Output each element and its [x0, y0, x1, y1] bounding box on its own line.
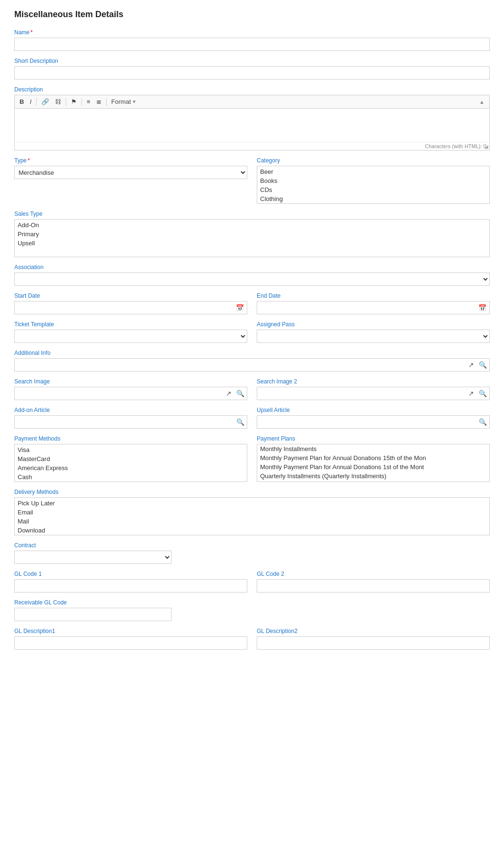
- toolbar-sep-1: [36, 98, 37, 106]
- ordered-list-button[interactable]: ≡: [85, 97, 92, 106]
- italic-button[interactable]: I: [28, 97, 33, 106]
- list-item[interactable]: Mail: [15, 517, 489, 526]
- format-button[interactable]: Format ▼: [110, 97, 139, 106]
- gl-code2-input[interactable]: [257, 579, 490, 593]
- flag-button[interactable]: ⚑: [69, 97, 79, 106]
- name-input[interactable]: [14, 38, 490, 51]
- description-body[interactable]: [15, 109, 489, 142]
- additional-info-input[interactable]: [15, 359, 466, 371]
- list-item[interactable]: Primary: [15, 230, 489, 239]
- list-item[interactable]: Add-On: [15, 221, 489, 230]
- upsell-article-wrap: 🔍: [257, 415, 490, 429]
- expand-button[interactable]: ▲: [477, 98, 486, 106]
- gl-code1-input[interactable]: [14, 579, 247, 593]
- list-item[interactable]: Monthly Payment Plan for Annual Donation…: [257, 462, 489, 472]
- gl-code1-col: GL Code 1: [14, 571, 247, 593]
- search-image2-external-link-icon[interactable]: ↗: [466, 389, 476, 398]
- addon-article-input[interactable]: [15, 416, 234, 428]
- list-item[interactable]: Cheque: [15, 482, 247, 482]
- list-item[interactable]: Beer: [257, 167, 489, 176]
- list-item[interactable]: Quarterly Installments (Quarterly Instal…: [257, 481, 489, 482]
- contract-select[interactable]: [14, 551, 171, 564]
- list-item[interactable]: MasterCard: [15, 454, 247, 463]
- receivable-gl-input[interactable]: [14, 608, 171, 621]
- type-col: Type* Merchandise: [14, 157, 247, 204]
- short-description-input[interactable]: [14, 66, 490, 80]
- list-item[interactable]: Clothing: [257, 194, 489, 203]
- type-label: Type*: [14, 157, 247, 164]
- gl-code1-label: GL Code 1: [14, 571, 247, 577]
- payment-plans-listbox[interactable]: Monthly Installments Monthly Payment Pla…: [257, 444, 490, 482]
- list-item[interactable]: Download: [15, 526, 489, 535]
- payment-methods-listbox[interactable]: Visa MasterCard American Express Cash Ch…: [14, 444, 247, 482]
- start-date-col: Start Date 📅: [14, 292, 247, 314]
- end-date-label: End Date: [257, 292, 490, 299]
- upsell-article-input[interactable]: [257, 416, 476, 428]
- page-title: Miscellaneous Item Details: [14, 10, 490, 20]
- list-item[interactable]: Email: [15, 508, 489, 517]
- search-image2-search-icon[interactable]: 🔍: [476, 389, 489, 398]
- addon-article-wrap: 🔍: [14, 415, 247, 429]
- search-image2-input[interactable]: [257, 387, 466, 400]
- payment-plans-label: Payment Plans: [257, 435, 490, 442]
- search-image-wrap: ↗ 🔍: [14, 387, 247, 400]
- list-item[interactable]: American Express: [15, 463, 247, 472]
- resize-handle[interactable]: ◢: [484, 144, 488, 149]
- start-date-input[interactable]: [15, 301, 233, 314]
- search-image-search-icon[interactable]: 🔍: [234, 389, 247, 398]
- ticket-template-col: Ticket Template: [14, 321, 247, 343]
- assigned-pass-select[interactable]: [257, 330, 490, 343]
- list-item[interactable]: Books: [257, 176, 489, 185]
- list-item[interactable]: Monthly Installments: [257, 444, 489, 453]
- association-label: Association: [14, 264, 490, 271]
- contract-label: Contract: [14, 542, 490, 549]
- ticket-template-label: Ticket Template: [14, 321, 247, 328]
- category-listbox[interactable]: Beer Books CDs Clothing Concessions: [257, 166, 490, 204]
- sales-type-listbox[interactable]: Add-On Primary Upsell: [14, 219, 490, 257]
- delivery-methods-label: Delivery Methods: [14, 489, 490, 495]
- ticket-pass-row: Ticket Template Assigned Pass: [14, 321, 490, 343]
- list-item[interactable]: Cash: [15, 472, 247, 482]
- category-col: Category Beer Books CDs Clothing Concess…: [257, 157, 490, 204]
- delivery-methods-listbox[interactable]: Pick Up Later Email Mail Download Pick U…: [14, 497, 490, 535]
- upsell-article-search-icon[interactable]: 🔍: [476, 417, 489, 427]
- type-select[interactable]: Merchandise: [14, 166, 247, 179]
- type-category-row: Type* Merchandise Category Beer Books CD…: [14, 157, 490, 204]
- unordered-list-button[interactable]: ≣: [94, 97, 103, 106]
- search-image-input[interactable]: [15, 387, 223, 400]
- unlink-button[interactable]: ⛓: [53, 97, 63, 106]
- bold-button[interactable]: B: [18, 97, 26, 106]
- assigned-pass-col: Assigned Pass: [257, 321, 490, 343]
- description-section: Description B I 🔗 ⛓ ⚑ ≡ ≣ Format ▼ ▲ Cha…: [14, 86, 490, 151]
- addon-article-label: Add-on Article: [14, 407, 247, 413]
- ticket-template-select[interactable]: [14, 330, 247, 343]
- list-item[interactable]: Pick Up Later: [15, 499, 489, 508]
- association-select[interactable]: [14, 272, 490, 286]
- link-button[interactable]: 🔗: [40, 97, 51, 106]
- start-date-calendar-icon[interactable]: 📅: [233, 303, 247, 312]
- list-item[interactable]: Pick Up Now: [15, 535, 489, 535]
- char-count: Characters (with HTML): 0: [15, 142, 489, 150]
- category-listbox-inner: Beer Books CDs Clothing Concessions: [257, 166, 489, 204]
- gl-desc1-input[interactable]: [14, 636, 247, 650]
- gl-desc2-label: GL Description2: [257, 628, 490, 634]
- search-images-row: Search Image ↗ 🔍 Search Image 2 ↗ 🔍: [14, 378, 490, 400]
- payment-methods-col: Payment Methods Visa MasterCard American…: [14, 435, 247, 482]
- short-description-label: Short Description: [14, 58, 490, 64]
- upsell-article-col: Upsell Article 🔍: [257, 407, 490, 429]
- list-item[interactable]: Visa: [15, 445, 247, 454]
- addon-article-search-icon[interactable]: 🔍: [234, 417, 247, 427]
- additional-info-search-icon[interactable]: 🔍: [476, 360, 489, 370]
- end-date-calendar-icon[interactable]: 📅: [475, 303, 489, 312]
- list-item[interactable]: Monthly Payment Plan for Annual Donation…: [257, 453, 489, 462]
- delivery-methods-section: Delivery Methods Pick Up Later Email Mai…: [14, 489, 490, 535]
- search-image-external-link-icon[interactable]: ↗: [223, 389, 234, 398]
- list-item[interactable]: Quarterly Installments (Quarterly Instal…: [257, 472, 489, 481]
- list-item[interactable]: Upsell: [15, 239, 489, 248]
- end-date-input[interactable]: [257, 301, 475, 314]
- list-item[interactable]: CDs: [257, 185, 489, 194]
- additional-info-external-link-icon[interactable]: ↗: [466, 360, 476, 370]
- gl-desc2-input[interactable]: [257, 636, 490, 650]
- list-item[interactable]: Concessions: [257, 203, 489, 204]
- articles-row: Add-on Article 🔍 Upsell Article 🔍: [14, 407, 490, 429]
